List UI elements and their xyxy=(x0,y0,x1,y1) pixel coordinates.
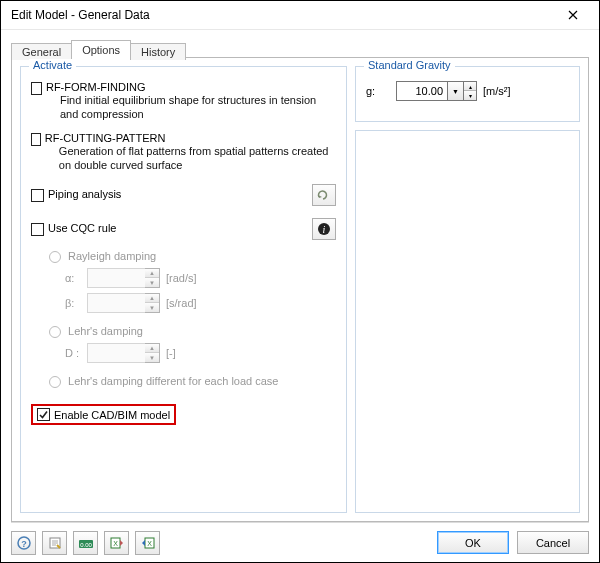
spinner: ▲▼ xyxy=(145,293,160,313)
svg-text:X: X xyxy=(113,540,118,547)
input[interactable] xyxy=(396,81,448,101)
label: Lehr's damping different for each load c… xyxy=(68,375,278,387)
radio xyxy=(49,326,61,338)
alpha-row: α: ▲▼ [rad/s] xyxy=(65,268,336,288)
description: Generation of flat patterns from spatial… xyxy=(59,144,336,173)
input xyxy=(87,293,145,313)
right-column: Standard Gravity g: ▼ ▴▾ [m/s²] xyxy=(355,66,580,513)
close-button[interactable] xyxy=(553,4,593,26)
checkbox[interactable] xyxy=(31,82,42,95)
unit: [m/s²] xyxy=(483,85,511,97)
form-finding-option[interactable]: RF-FORM-FINDING Find initial equilibrium… xyxy=(31,81,336,122)
content-area: General Options History Activate RF-FORM… xyxy=(1,30,599,522)
label: Piping analysis xyxy=(48,188,121,200)
piping-analysis-option[interactable]: Piping analysis xyxy=(31,188,121,202)
beta-label: β: xyxy=(65,297,87,309)
d-input: ▲▼ xyxy=(87,343,160,363)
tab-label: Options xyxy=(82,44,120,56)
input xyxy=(87,268,145,288)
label: Lehr's damping xyxy=(68,325,143,337)
alpha-label: α: xyxy=(65,272,87,284)
close-icon xyxy=(568,10,578,20)
excel-import-icon: X xyxy=(141,536,155,550)
tab-general[interactable]: General xyxy=(11,43,72,60)
tab-label: General xyxy=(22,46,61,58)
activate-group: Activate RF-FORM-FINDING Find initial eq… xyxy=(20,66,347,513)
tab-underline xyxy=(185,57,589,58)
piping-row: Piping analysis xyxy=(31,184,336,206)
d-label: D : xyxy=(65,347,87,359)
label: RF-CUTTING-PATTERN xyxy=(45,132,166,144)
refresh-icon xyxy=(317,189,331,201)
highlight-box: Enable CAD/BIM model xyxy=(31,404,176,425)
unit: [-] xyxy=(166,347,176,359)
piping-settings-button[interactable] xyxy=(312,184,336,206)
cad-label: Enable CAD/BIM model xyxy=(54,409,170,421)
import-excel-button[interactable]: X xyxy=(135,531,160,555)
dialog-window: Edit Model - General Data General Option… xyxy=(0,0,600,563)
cancel-button[interactable]: Cancel xyxy=(517,531,589,554)
lehr-radio: Lehr's damping xyxy=(49,325,336,338)
tab-options[interactable]: Options xyxy=(71,40,131,59)
gravity-input[interactable]: ▼ ▴▾ xyxy=(396,81,477,101)
note-button[interactable] xyxy=(42,531,67,555)
unit: [s/rad] xyxy=(166,297,197,309)
tab-strip: General Options History xyxy=(11,36,589,58)
checkbox[interactable] xyxy=(31,223,44,236)
cqc-rule-option[interactable]: Use CQC rule xyxy=(31,222,116,236)
export-excel-button[interactable]: X xyxy=(104,531,129,555)
label: OK xyxy=(465,537,481,549)
tab-body: Activate RF-FORM-FINDING Find initial eq… xyxy=(11,58,589,522)
label: Cancel xyxy=(536,537,570,549)
cutting-pattern-option[interactable]: RF-CUTTING-PATTERN Generation of flat pa… xyxy=(31,132,336,173)
dropdown-button[interactable]: ▼ xyxy=(448,81,464,101)
toolbar: ? 0.00 X X xyxy=(11,531,160,555)
beta-row: β: ▲▼ [s/rad] xyxy=(65,293,336,313)
units-icon: 0.00 xyxy=(78,536,94,550)
tab-history[interactable]: History xyxy=(130,43,186,60)
excel-export-icon: X xyxy=(110,536,124,550)
help-icon: ? xyxy=(17,536,31,550)
lehr-diff-radio: Lehr's damping different for each load c… xyxy=(49,375,336,388)
cad-row: Enable CAD/BIM model xyxy=(31,404,336,425)
input xyxy=(87,343,145,363)
empty-group xyxy=(355,130,580,513)
gravity-group: Standard Gravity g: ▼ ▴▾ [m/s²] xyxy=(355,66,580,122)
spinner[interactable]: ▴▾ xyxy=(464,81,477,101)
checkbox[interactable] xyxy=(31,189,44,202)
description: Find initial equilibrium shape for struc… xyxy=(60,93,336,122)
unit: [rad/s] xyxy=(166,272,197,284)
units-button[interactable]: 0.00 xyxy=(73,531,98,555)
svg-text:i: i xyxy=(323,224,326,235)
ok-button[interactable]: OK xyxy=(437,531,509,554)
group-title: Standard Gravity xyxy=(364,59,455,71)
dialog-buttons: OK Cancel xyxy=(437,531,589,554)
rayleigh-radio: Rayleigh damping xyxy=(49,250,336,263)
svg-text:X: X xyxy=(147,540,152,547)
bottom-bar: ? 0.00 X X OK Cancel xyxy=(11,522,589,562)
label: Rayleigh damping xyxy=(68,250,156,262)
titlebar: Edit Model - General Data xyxy=(1,1,599,30)
note-icon xyxy=(48,536,62,550)
tab-label: History xyxy=(141,46,175,58)
checkbox[interactable] xyxy=(31,133,41,146)
gravity-row: g: ▼ ▴▾ [m/s²] xyxy=(366,81,569,101)
radio xyxy=(49,376,61,388)
label: RF-FORM-FINDING xyxy=(46,81,146,93)
label: Use CQC rule xyxy=(48,222,116,234)
gravity-label: g: xyxy=(366,85,384,97)
beta-input: ▲▼ xyxy=(87,293,160,313)
cqc-row: Use CQC rule i xyxy=(31,218,336,240)
spinner: ▲▼ xyxy=(145,268,160,288)
radio xyxy=(49,251,61,263)
svg-text:0.00: 0.00 xyxy=(80,541,92,547)
cad-checkbox[interactable] xyxy=(37,408,50,421)
window-title: Edit Model - General Data xyxy=(11,8,150,22)
group-title: Activate xyxy=(29,59,76,71)
spinner: ▲▼ xyxy=(145,343,160,363)
left-column: Activate RF-FORM-FINDING Find initial eq… xyxy=(20,66,347,513)
alpha-input: ▲▼ xyxy=(87,268,160,288)
help-button[interactable]: ? xyxy=(11,531,36,555)
cqc-info-button[interactable]: i xyxy=(312,218,336,240)
info-icon: i xyxy=(317,222,331,236)
